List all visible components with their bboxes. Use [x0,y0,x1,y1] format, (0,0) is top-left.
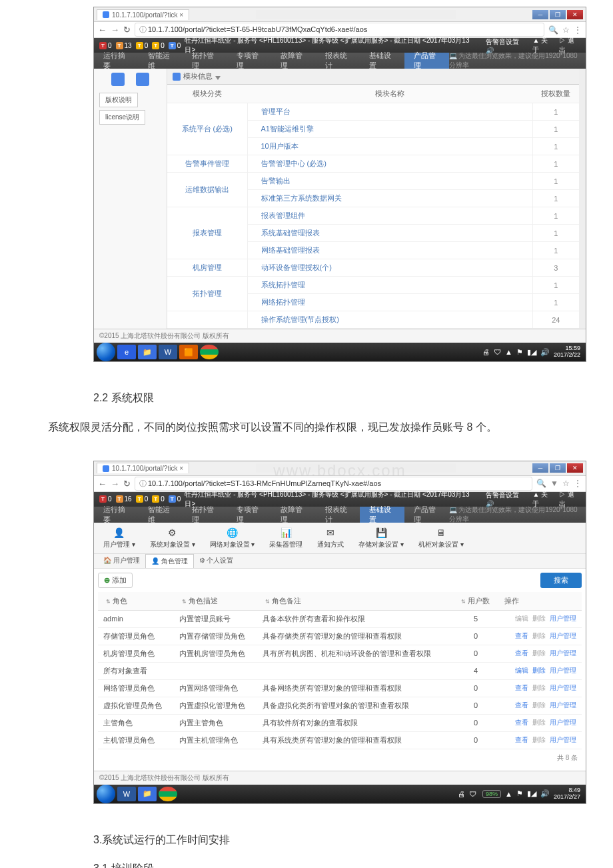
nav-item[interactable]: 故障管理 [271,507,316,523]
nav-item[interactable]: 故障管理 [271,53,316,69]
scrollbar[interactable] [579,69,586,329]
start-button[interactable] [97,785,115,803]
nav-item[interactable]: 产品管理 [404,53,449,69]
word-icon[interactable]: W [159,345,177,359]
action-link[interactable]: 删除 [532,701,546,709]
ie-icon[interactable]: e [117,345,136,359]
action-link[interactable]: 用户管理 [550,649,576,657]
restore-icon[interactable]: ❐ [550,463,566,473]
back-icon[interactable]: ← [98,25,107,35]
col-header[interactable]: ⇅ 角色备注 [257,592,453,611]
browser-tab[interactable]: 10.1.7.100/portal/?tick × [97,9,189,20]
indicator[interactable]: T16 [116,495,132,503]
info-icon[interactable]: ⓘ [139,479,148,487]
nav-item[interactable]: 基础设置 [360,507,404,523]
col-header[interactable]: ⇅ 角色描述 [174,592,258,611]
close-icon[interactable]: ✕ [567,463,583,473]
action-link[interactable]: 用户管理 [550,684,576,691]
pinned-app-icon[interactable]: 🟧 [179,345,198,359]
filter-icon[interactable]: ▼ [550,479,558,488]
forward-icon[interactable]: → [111,479,119,489]
explorer-icon[interactable]: 📁 [138,787,157,801]
action-link[interactable]: 用户管理 [550,632,576,639]
info-icon[interactable]: ⓘ [139,25,148,33]
col-header[interactable]: ⇅ 角色 [98,592,174,611]
nav-item[interactable]: 报表统计 [316,507,360,523]
indicator[interactable]: T0 [136,495,149,503]
action-link[interactable]: 删除 [532,719,546,726]
indicator[interactable]: T13 [116,42,132,49]
action-link[interactable]: 删除 [532,615,546,622]
clock[interactable]: 15:59 2017/2/22 [554,345,583,359]
mini-tab[interactable]: ⚙ 个人设置 [194,554,239,568]
tray-expand-icon[interactable]: ▲ [505,790,512,798]
clock[interactable]: 8:49 2017/2/27 [554,787,583,801]
subnav-item[interactable]: 📊采集器管理 [265,525,306,551]
explorer-icon[interactable]: 📁 [138,345,157,359]
nav-item[interactable]: 运行摘要 [94,507,139,523]
nav-item[interactable]: 智能运维 [139,507,183,523]
chrome-icon[interactable] [159,787,177,801]
nav-item[interactable]: 专项管理 [227,507,272,523]
nav-item[interactable]: 运行摘要 [94,53,139,69]
col-header[interactable]: 操作 [499,592,582,611]
tray-flag-icon[interactable]: ⚑ [516,348,523,357]
action-link[interactable]: 用户管理 [550,701,576,709]
subnav-item[interactable]: ✉通知方式 [313,525,348,551]
indicator[interactable]: T0 [99,42,112,49]
subnav-item[interactable]: ⚙系统对象设置 ▾ [146,525,199,551]
chrome-icon[interactable] [200,345,219,359]
action-link[interactable]: 删除 [532,684,546,691]
tray-shield-icon[interactable]: 🛡 [469,790,476,798]
indicator[interactable]: T0 [169,42,181,49]
action-link[interactable]: 编辑 [515,615,528,622]
action-link[interactable]: 删除 [532,649,546,657]
nav-item[interactable]: 报表统计 [316,53,360,69]
tray-printer-icon[interactable]: 🖨 [458,790,465,798]
subnav-item[interactable]: 🌐网络对象设置 ▾ [206,525,259,551]
zoom-icon[interactable]: 🔍 [536,479,546,488]
action-link[interactable]: 用户管理 [550,667,576,674]
nav-item[interactable]: 拓扑管理 [183,53,227,69]
nav-item[interactable]: 专项管理 [227,53,272,69]
zoom-icon[interactable]: 🔍 [548,25,558,35]
restore-icon[interactable]: ❐ [550,10,566,19]
indicator[interactable]: T0 [136,42,149,49]
tab-license[interactable]: license说明 [99,110,145,125]
minimize-icon[interactable]: ─ [532,463,548,473]
subnav-item[interactable]: 🖥机柜对象设置 ▾ [414,525,468,551]
back-icon[interactable]: ← [98,479,107,489]
tray-shield-icon[interactable]: 🛡 [494,348,501,356]
nav-item[interactable]: 基础设置 [360,53,404,69]
license-icon-2[interactable] [136,73,149,86]
menu-icon[interactable]: ⋮ [574,479,582,488]
reload-icon[interactable]: ↻ [123,479,131,489]
indicator[interactable]: T0 [152,42,165,49]
action-link[interactable]: 用户管理 [550,615,576,622]
action-link[interactable]: 查看 [515,684,528,691]
battery-indicator[interactable]: 98% [482,790,501,798]
subnav-item[interactable]: 💾存储对象设置 ▾ [354,525,408,551]
action-link[interactable]: 查看 [515,719,528,726]
subnav-item[interactable]: 👤用户管理 ▾ [99,525,139,551]
tray-expand-icon[interactable]: ▲ [505,348,512,356]
mini-tab[interactable]: 👤 角色管理 [145,554,194,568]
license-icon[interactable] [111,73,125,86]
collapse-icon[interactable] [215,76,221,80]
word-icon[interactable]: W [117,787,136,801]
browser-tab[interactable]: 10.1.7.100/portal/?tick × [97,463,189,473]
nav-item[interactable]: 产品管理 [404,507,449,523]
start-button[interactable] [97,343,115,361]
indicator[interactable]: T0 [169,495,181,503]
mini-tab[interactable]: 🏠 用户管理 [98,554,145,568]
action-link[interactable]: 删除 [532,667,546,674]
bookmark-icon[interactable]: ☆ [562,25,570,35]
action-link[interactable]: 查看 [515,701,528,709]
tray-flag-icon[interactable]: ⚑ [516,789,523,798]
action-link[interactable]: 查看 [515,632,528,639]
menu-icon[interactable]: ⋮ [574,25,582,35]
tray-volume-icon[interactable]: 🔊 [540,789,550,798]
action-link[interactable]: 编辑 [515,667,528,674]
nav-item[interactable]: 智能运维 [139,53,183,69]
tray-printer-icon[interactable]: 🖨 [482,348,490,356]
